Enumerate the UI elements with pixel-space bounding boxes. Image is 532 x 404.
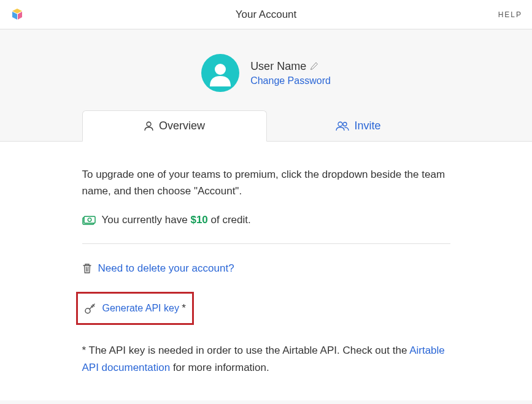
svg-point-6 [343,122,347,126]
logo-icon [10,7,25,22]
content: To upgrade one of your teams to premium,… [0,142,532,400]
edit-icon[interactable] [310,62,318,71]
delete-account-row: Need to delete your account? [82,262,450,275]
svg-point-5 [338,122,342,126]
page-title: Your Account [236,9,297,21]
topbar: Your Account HELP [0,0,532,29]
delete-account-link[interactable]: Need to delete your account? [98,262,234,275]
content-inner: To upgrade one of your teams to premium,… [82,166,450,376]
divider [82,243,450,244]
credit-row: You currently have $10 of credit. [82,214,450,226]
generate-api-link[interactable]: Generate API key [102,303,179,313]
credit-amount: $10 [190,214,207,226]
svg-rect-8 [84,216,95,223]
person-icon [144,121,154,131]
generate-api-highlight: Generate API key * [76,292,194,325]
tabs: Overview Invite [82,110,450,141]
change-password-link[interactable]: Change Password [250,75,331,86]
tab-invite[interactable]: Invite [267,110,450,141]
logo[interactable] [10,7,25,22]
svg-point-4 [147,122,151,126]
person-silhouette-icon [207,59,234,86]
upgrade-text: To upgrade one of your teams to premium,… [82,166,450,199]
tab-invite-label: Invite [354,120,380,132]
tab-overview-label: Overview [159,120,205,132]
profile-info: User Name Change Password [250,60,331,86]
generate-api-row: Generate API key * [102,302,186,314]
people-icon [336,121,349,131]
svg-point-3 [215,64,226,75]
tabs-container: Overview Invite [0,110,532,142]
money-icon [82,215,96,226]
key-icon [84,302,96,314]
help-link[interactable]: HELP [498,10,522,19]
user-name-row: User Name [250,60,331,73]
credit-text: You currently have $10 of credit. [102,214,251,226]
tab-overview[interactable]: Overview [82,110,267,142]
user-name: User Name [250,60,306,73]
api-footer-text: * The API key is needed in order to use … [82,342,450,375]
profile-section: User Name Change Password [0,29,532,110]
avatar [201,54,239,92]
trash-icon [82,263,92,274]
asterisk: * [182,302,186,314]
